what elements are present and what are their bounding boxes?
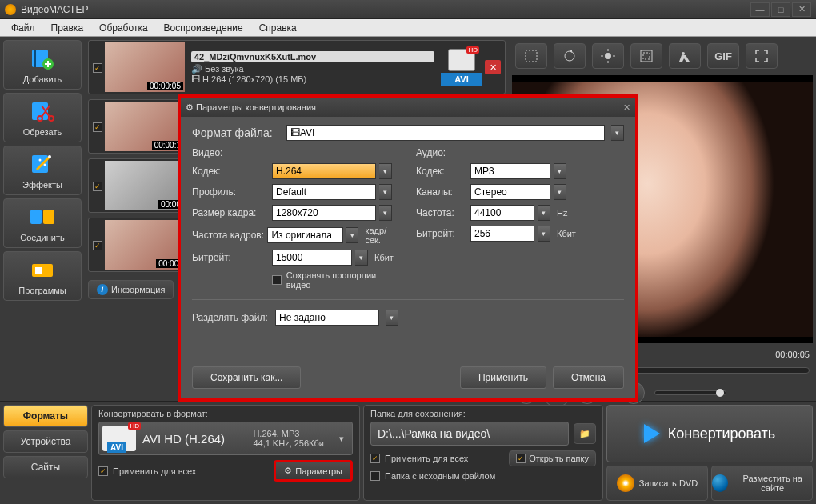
clip-remove-button[interactable]: ✕ bbox=[485, 60, 501, 74]
clip-format-label: AVI bbox=[441, 73, 482, 86]
clip-codec: 🎞 H.264 (1280x720) (15 МБ) bbox=[191, 74, 434, 84]
convert-button[interactable]: Конвертировать bbox=[606, 405, 813, 462]
programs-button[interactable]: Программы bbox=[3, 251, 82, 301]
svg-point-7 bbox=[48, 155, 51, 158]
apply-button[interactable]: Применить bbox=[460, 366, 546, 389]
split-file-dropdown[interactable]: ▾ bbox=[386, 310, 398, 326]
camera-icon: AVI bbox=[102, 426, 136, 451]
format-selector[interactable]: AVI AVI HD (H.264) H.264, MP3 44,1 KHz, … bbox=[98, 422, 353, 455]
save-as-button[interactable]: Сохранить как... bbox=[192, 366, 301, 389]
audio-freq-field[interactable]: 44100 bbox=[470, 205, 534, 221]
apply-all-checkbox[interactable]: ✓ bbox=[98, 466, 108, 476]
frame-rate-dropdown[interactable]: ▾ bbox=[346, 227, 358, 243]
video-bitrate-dropdown[interactable]: ▾ bbox=[355, 250, 368, 266]
menu-file[interactable]: Файл bbox=[3, 20, 43, 36]
close-button[interactable]: ✕ bbox=[792, 2, 811, 17]
convert-header: Конвертировать в формат: bbox=[98, 409, 353, 418]
clip-thumbnail: 00:00:05 bbox=[105, 42, 185, 92]
cancel-button[interactable]: Отмена bbox=[553, 366, 624, 389]
clip-checkbox[interactable]: ✓ bbox=[90, 240, 105, 250]
frame-size-dropdown[interactable]: ▾ bbox=[379, 205, 392, 221]
join-button[interactable]: Соединить bbox=[3, 198, 82, 248]
parameters-button[interactable]: ⚙ Параметры bbox=[274, 460, 353, 482]
tab-formats[interactable]: Форматы bbox=[3, 405, 88, 427]
effects-button[interactable]: Эффекты bbox=[3, 146, 82, 195]
join-icon bbox=[28, 204, 57, 230]
audio-codec-field[interactable]: MP3 bbox=[470, 163, 550, 179]
clip-checkbox[interactable]: ✓ bbox=[90, 181, 105, 191]
frame-size-field[interactable]: 1280x720 bbox=[272, 205, 376, 221]
svg-point-16 bbox=[605, 53, 611, 59]
svg-rect-13 bbox=[35, 267, 42, 274]
frame-icon[interactable] bbox=[630, 43, 662, 69]
preview-toolbar: GIF bbox=[512, 40, 813, 72]
info-button[interactable]: i Информация bbox=[88, 280, 174, 299]
format-sub2: 44,1 KHz, 256Кбит bbox=[253, 438, 328, 448]
modal-close-button[interactable]: ✕ bbox=[623, 102, 630, 113]
video-profile-field[interactable]: Default bbox=[272, 184, 376, 200]
clip-checkbox[interactable]: ✓ bbox=[90, 122, 105, 132]
audio-bitrate-dropdown[interactable]: ▾ bbox=[538, 226, 550, 242]
frame-rate-field[interactable]: Из оригинала bbox=[267, 227, 343, 243]
maximize-button[interactable]: □ bbox=[771, 2, 790, 17]
volume-slider[interactable] bbox=[654, 390, 726, 395]
svg-rect-1 bbox=[34, 50, 36, 67]
play-triangle-icon bbox=[644, 424, 660, 443]
fullscreen-icon[interactable] bbox=[746, 43, 778, 69]
playback-time: 00:00:05 bbox=[775, 350, 810, 359]
action-buttons: Конвертировать Записать DVD Разместить н… bbox=[606, 405, 813, 501]
rotate-icon[interactable] bbox=[554, 43, 586, 69]
split-file-field[interactable]: Не задано bbox=[275, 310, 379, 326]
gear-icon: ⚙ bbox=[284, 466, 292, 476]
clip-checkbox[interactable]: ✓ bbox=[90, 62, 105, 73]
video-bitrate-field[interactable]: 15000 bbox=[272, 250, 352, 266]
audio-codec-dropdown[interactable]: ▾ bbox=[554, 163, 566, 179]
cut-button[interactable]: Обрезать bbox=[3, 93, 82, 142]
svg-point-8 bbox=[44, 164, 46, 166]
video-codec-field[interactable]: H.264 bbox=[272, 163, 376, 179]
menu-help[interactable]: Справка bbox=[251, 20, 305, 36]
src-folder-checkbox[interactable] bbox=[370, 471, 380, 481]
svg-rect-10 bbox=[30, 210, 42, 224]
burn-dvd-button[interactable]: Записать DVD bbox=[606, 466, 708, 501]
tab-devices[interactable]: Устройства bbox=[3, 430, 88, 453]
cut-label: Обрезать bbox=[23, 127, 62, 137]
save-path-field[interactable]: D:\...\Рамка на видео\ bbox=[370, 422, 569, 446]
svg-rect-22 bbox=[643, 53, 650, 59]
publish-button[interactable]: Разместить на сайте bbox=[711, 466, 813, 501]
open-folder-checkbox[interactable]: ✓ bbox=[516, 454, 526, 463]
menu-edit[interactable]: Правка bbox=[43, 20, 92, 36]
video-section: Видео: Кодек:H.264▾ Профиль:Default▾ Раз… bbox=[192, 147, 400, 290]
audio-bitrate-field[interactable]: 256 bbox=[470, 226, 534, 242]
crop-icon[interactable] bbox=[515, 43, 547, 69]
volume-knob[interactable] bbox=[716, 389, 724, 397]
file-format-dropdown[interactable]: ▾ bbox=[611, 125, 624, 141]
video-codec-dropdown[interactable]: ▾ bbox=[379, 163, 392, 179]
add-button[interactable]: Добавить bbox=[3, 40, 82, 90]
svg-point-23 bbox=[682, 52, 685, 55]
browse-folder-button[interactable]: 📁 bbox=[574, 423, 596, 444]
file-format-field[interactable]: 🎞 AVI bbox=[286, 125, 605, 141]
menu-process[interactable]: Обработка bbox=[91, 20, 156, 36]
audio-freq-dropdown[interactable]: ▾ bbox=[538, 205, 550, 221]
clip-audio: 🔊 Без звука bbox=[191, 64, 434, 74]
svg-point-9 bbox=[39, 159, 42, 162]
split-file-label: Разделять файл: bbox=[192, 312, 269, 323]
brightness-icon[interactable] bbox=[592, 43, 624, 69]
video-profile-dropdown[interactable]: ▾ bbox=[379, 184, 392, 200]
clip-item[interactable]: ✓ 00:00:05 42_MDziQmvnuxK5XutL.mov 🔊 Без… bbox=[88, 40, 506, 94]
modal-title: Параметры конвертирования bbox=[196, 102, 316, 112]
menu-playback[interactable]: Воспроизведение bbox=[156, 20, 251, 36]
speed-icon[interactable] bbox=[669, 43, 701, 69]
clip-thumbnail: 00:00: bbox=[105, 220, 185, 270]
tab-sites[interactable]: Сайты bbox=[3, 456, 88, 478]
gif-icon[interactable]: GIF bbox=[707, 43, 739, 69]
open-folder-button[interactable]: ✓ Открыть папку bbox=[509, 450, 596, 466]
format-dropdown-arrow[interactable]: ▾ bbox=[334, 434, 349, 444]
audio-channels-field[interactable]: Стерео bbox=[470, 184, 550, 200]
minimize-button[interactable]: — bbox=[750, 2, 770, 17]
save-apply-all-checkbox[interactable]: ✓ bbox=[370, 454, 380, 463]
keep-aspect-checkbox[interactable] bbox=[272, 275, 282, 285]
app-title: ВидеоМАСТЕР bbox=[21, 4, 749, 15]
audio-channels-dropdown[interactable]: ▾ bbox=[554, 184, 566, 200]
